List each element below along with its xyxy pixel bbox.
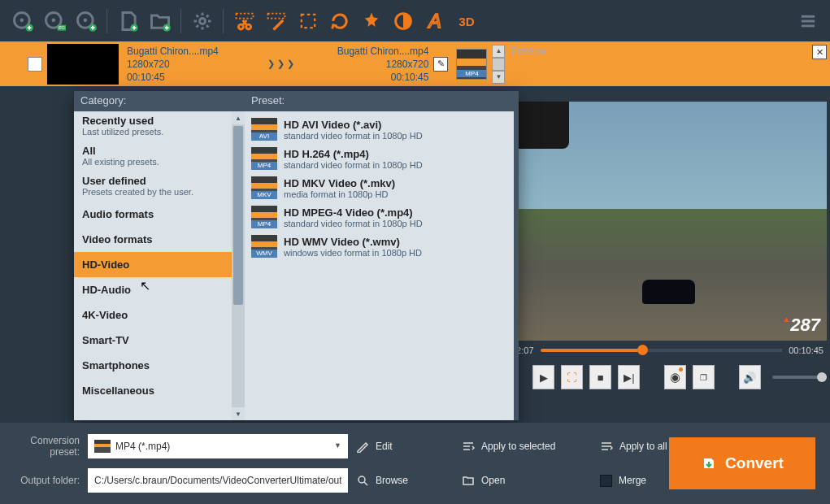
category-title: Recently used — [82, 115, 237, 127]
car-silhouette — [642, 280, 695, 304]
category-title: Smart-TV — [82, 334, 237, 346]
scroll-mid-icon[interactable] — [492, 58, 505, 71]
category-item[interactable]: HD-Video — [74, 252, 245, 277]
category-item[interactable]: HD-Audio — [74, 277, 245, 302]
text-icon[interactable]: A — [420, 7, 449, 35]
edit-film-icon[interactable] — [262, 7, 290, 35]
scroll-down-icon[interactable]: ▼ — [232, 407, 245, 420]
preset-subtitle: windows video format in 1080p HD — [284, 248, 422, 258]
preset-item[interactable]: AVIHD AVI Video (*.avi)standard video fo… — [248, 115, 511, 144]
category-item[interactable]: User definedPresets created by the user. — [74, 172, 245, 202]
category-item[interactable]: Miscellaneous — [74, 378, 245, 403]
rotate-icon[interactable] — [325, 7, 354, 35]
preset-item[interactable]: MKVHD MKV Video (*.mkv)media format in 1… — [248, 173, 511, 202]
preset-title: HD MPEG-4 Video (*.mp4) — [284, 206, 423, 219]
open-button[interactable]: Open — [462, 474, 592, 487]
pin-button[interactable]: ✎ — [433, 57, 448, 72]
hamburger-menu-icon[interactable] — [793, 7, 822, 35]
category-item[interactable]: Smart-TV — [74, 328, 245, 353]
category-item[interactable]: Smartphones — [74, 353, 245, 378]
preset-item[interactable]: MP4HD MPEG-4 Video (*.mp4)standard video… — [248, 202, 511, 232]
source-filename: Bugatti Chiron....mp4 — [127, 45, 219, 58]
preset-dropdown[interactable]: MP4 (*.mp4) — [88, 434, 348, 458]
settings-icon[interactable] — [188, 7, 216, 35]
contrast-icon[interactable] — [389, 7, 417, 35]
preset-dropdown-panel: Category: Recently usedLast utilized pre… — [74, 91, 519, 420]
add-disc-icon[interactable] — [8, 7, 37, 35]
edit-button[interactable]: Edit — [356, 440, 454, 453]
category-list: Recently usedLast utilized presets.AllAl… — [74, 111, 245, 420]
svg-text:IFO: IFO — [58, 25, 64, 29]
preset-thumb-icon: MP4 — [251, 206, 277, 228]
scroll-up-icon[interactable]: ▲ — [232, 111, 245, 124]
crop-icon[interactable] — [293, 7, 322, 35]
divider — [106, 9, 107, 33]
source-duration: 00:10:45 — [127, 71, 219, 84]
svg-point-21 — [359, 476, 365, 483]
svg-text:3D: 3D — [458, 14, 474, 28]
bottom-bar: Conversion preset: MP4 (*.mp4) Edit Appl… — [0, 423, 830, 504]
category-item[interactable]: Audio formats — [74, 202, 245, 227]
arrows-icon: ❯❯❯ — [267, 59, 297, 69]
output-folder-input[interactable] — [88, 468, 348, 493]
add-folder-icon[interactable] — [146, 7, 174, 35]
step-button[interactable]: ▶| — [618, 365, 640, 389]
format-thumbnail[interactable]: MP4 — [456, 49, 487, 80]
output-duration: 00:10:45 — [337, 71, 429, 84]
scroll-down-icon[interactable]: ▼ — [492, 71, 505, 84]
category-item[interactable]: Recently usedLast utilized presets. — [74, 111, 245, 141]
item-scroll-buttons: ▲ ▼ — [492, 45, 505, 84]
scrollbar-thumb[interactable] — [233, 126, 243, 305]
svg-point-15 — [246, 24, 250, 29]
preset-subtitle: standard video format in 1080p HD — [284, 131, 423, 141]
convert-button[interactable]: Convert — [669, 437, 815, 489]
volume-slider[interactable] — [772, 376, 827, 379]
svg-point-4 — [51, 18, 55, 22]
preset-thumb-icon: MKV — [251, 176, 277, 199]
browse-button[interactable]: Browse — [356, 474, 454, 487]
cut-icon[interactable] — [230, 7, 259, 35]
preset-item[interactable]: WMVHD WMV Video (*.wmv)windows video for… — [248, 232, 511, 261]
divider — [223, 9, 224, 33]
stop-button[interactable]: ■ — [589, 365, 611, 389]
fullscreen-button[interactable]: ⛶ — [561, 365, 583, 389]
apply-to-selected-button[interactable]: Apply to selected — [462, 440, 592, 453]
add-file-icon[interactable] — [114, 7, 142, 35]
category-title: Miscellaneous — [82, 385, 237, 397]
preview-video[interactable]: ▲287 — [508, 102, 827, 341]
scroll-up-icon[interactable]: ▲ — [492, 45, 505, 58]
checkbox-icon[interactable] — [600, 475, 612, 487]
category-title: All — [82, 145, 237, 157]
3d-icon[interactable]: 3D — [452, 7, 480, 35]
category-title: User defined — [82, 175, 237, 187]
preset-title: HD H.264 (*.mp4) — [284, 148, 423, 160]
output-resolution: 1280x720 — [337, 58, 429, 71]
preset-item[interactable]: MP4HD H.264 (*.mp4)standard video format… — [248, 144, 511, 173]
snapshot-button[interactable]: ◉ — [664, 365, 686, 389]
preset-header: Preset: — [245, 91, 519, 111]
category-scrollbar[interactable]: ▲ ▼ — [232, 111, 245, 420]
category-subtitle: Last utilized presets. — [82, 127, 237, 137]
transport-bar: 02:07 00:10:45 — [508, 345, 827, 355]
file-checkbox[interactable]: ✔ — [28, 57, 42, 72]
preview-panel: Preview ▲287 02:07 00:10:45 ▶ ⛶ ■ ▶| ◉ ❐… — [508, 46, 827, 389]
category-item[interactable]: AllAll existing presets. — [74, 141, 245, 172]
preset-subtitle: media format in 1080p HD — [284, 189, 395, 199]
seek-slider[interactable] — [541, 349, 783, 352]
svg-rect-13 — [236, 13, 253, 18]
multi-snapshot-button[interactable]: ❐ — [693, 365, 715, 389]
preset-subtitle: standard video format in 1080p HD — [284, 160, 423, 170]
category-subtitle: All existing presets. — [82, 157, 237, 167]
play-button[interactable]: ▶ — [532, 365, 554, 389]
add-disc-alt-icon[interactable] — [72, 7, 100, 35]
preset-list: AVIHD AVI Video (*.avi)standard video fo… — [245, 111, 514, 420]
add-disc-ifo-icon[interactable]: IFO — [40, 7, 68, 35]
file-thumbnail[interactable] — [47, 44, 119, 85]
convert-icon — [701, 455, 717, 471]
preview-title: Preview — [508, 46, 827, 57]
category-item[interactable]: Video formats — [74, 227, 245, 252]
volume-button[interactable]: 🔊 — [739, 365, 761, 389]
preset-title: HD AVI Video (*.avi) — [284, 119, 423, 131]
effects-icon[interactable] — [357, 7, 385, 35]
category-item[interactable]: 4K-Video — [74, 302, 245, 328]
